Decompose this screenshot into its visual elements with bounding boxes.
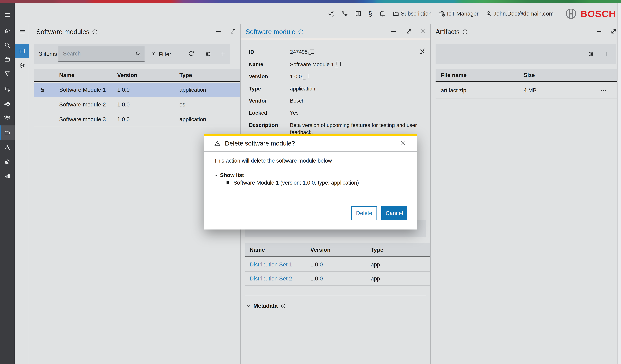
book-icon[interactable] — [355, 10, 362, 17]
section-icon[interactable]: § — [368, 10, 372, 17]
sidebar-rollouts-icon[interactable] — [4, 101, 11, 108]
phone-icon[interactable] — [341, 10, 348, 17]
row-type: application — [179, 83, 206, 97]
person-icon — [485, 10, 492, 17]
sidebar-rules-icon[interactable] — [4, 86, 11, 93]
table-row[interactable]: Software Module 1 1.0.0 application — [34, 83, 241, 97]
col-type: Type — [371, 243, 383, 256]
row-actions-menu-icon[interactable] — [600, 83, 607, 98]
expand-panel-icon[interactable] — [230, 28, 237, 35]
strip-table-view-tile[interactable] — [15, 44, 29, 58]
sidebar-software-modules-icon — [4, 129, 11, 136]
sidebar-packages-icon[interactable] — [4, 114, 11, 121]
sidebar-divider — [1, 52, 13, 52]
add-artifact-icon[interactable] — [603, 50, 610, 57]
detail-value: Yes — [290, 109, 299, 116]
row-version: 1.0.0 — [310, 272, 323, 285]
user-account-menu[interactable]: John.Doe@domain.com — [485, 10, 554, 17]
copy-icon[interactable] — [310, 49, 314, 54]
iot-manager-label: IoT Manager — [447, 11, 479, 17]
copy-icon[interactable] — [304, 74, 308, 78]
table-row[interactable]: Software module 2 1.0.0 os — [34, 97, 241, 112]
search-icon[interactable] — [135, 50, 141, 57]
row-version: 1.0.0 — [117, 97, 130, 112]
table-row[interactable]: Software module 3 1.0.0 application — [34, 112, 241, 127]
lock-icon — [39, 83, 45, 97]
minimize-panel-icon[interactable] — [390, 28, 397, 35]
table-row[interactable]: Distribution Set 2 1.0.0 app — [245, 272, 431, 285]
minimize-panel-icon[interactable] — [596, 28, 603, 35]
expand-panel-icon[interactable] — [405, 28, 412, 35]
items-count: 3 items — [39, 51, 57, 57]
detail-value: application — [290, 85, 315, 92]
bosch-logo: BOSCH — [565, 8, 616, 20]
search-input[interactable] — [58, 50, 135, 57]
info-icon[interactable] — [298, 29, 304, 35]
table-settings-icon[interactable] — [205, 50, 212, 57]
filter-label[interactable]: Filter — [159, 51, 171, 57]
artifacts-title: Artifacts — [435, 28, 468, 36]
col-size: Size — [524, 69, 535, 81]
sidebar-filter-icon[interactable] — [4, 70, 11, 77]
copy-icon[interactable] — [336, 62, 341, 66]
info-icon[interactable] — [281, 303, 286, 309]
bosch-wordmark: BOSCH — [581, 8, 616, 19]
row-type: os — [179, 97, 185, 112]
refresh-icon[interactable] — [188, 50, 195, 57]
page-scrollbar[interactable] — [617, 3, 621, 364]
add-software-module-icon[interactable] — [219, 50, 226, 57]
strip-menu-icon[interactable] — [19, 28, 26, 35]
dialog-header-divider — [204, 151, 417, 152]
software-modules-toolbar: 3 items Filter — [34, 44, 230, 64]
software-modules-title: Software modules — [36, 28, 98, 36]
sidebar-menu-icon[interactable] — [4, 12, 11, 18]
info-icon[interactable] — [462, 29, 468, 35]
sidebar-home-icon[interactable] — [4, 28, 11, 34]
software-module-title: Software module — [245, 28, 304, 36]
sidebar-reports-icon[interactable] — [4, 173, 11, 179]
strip-chip-icon[interactable] — [19, 62, 26, 69]
dialog-message: This action will delete the software mod… — [214, 158, 332, 164]
chevron-up-icon — [213, 173, 219, 178]
bell-icon[interactable] — [379, 10, 386, 17]
table-row[interactable]: Distribution Set 1 1.0.0 app — [245, 258, 431, 271]
panel-switcher-strip — [15, 24, 29, 364]
bullet-marker — [226, 181, 229, 184]
row-name: Software module 3 — [59, 112, 106, 127]
minimize-panel-icon[interactable] — [215, 28, 222, 35]
row-version: 1.0.0 — [117, 112, 130, 127]
sidebar-software-modules-item[interactable] — [0, 126, 15, 140]
row-file-name: artifact.zip — [441, 83, 466, 98]
share-icon[interactable] — [328, 10, 334, 17]
metadata-toggle[interactable]: Metadata — [246, 303, 286, 309]
sidebar-users-icon[interactable] — [4, 144, 11, 151]
dialog-close-icon[interactable] — [399, 139, 406, 147]
artifacts-panel: Artifacts File name Size artifact.zip 4 … — [431, 24, 617, 364]
row-name: Software Module 1 — [59, 83, 106, 97]
delete-button[interactable]: Delete — [351, 206, 377, 220]
info-icon[interactable] — [92, 29, 98, 35]
artifacts-toolbar — [435, 44, 616, 64]
distribution-set-link[interactable]: Distribution Set 2 — [250, 272, 292, 285]
distribution-set-link[interactable]: Distribution Set 1 — [250, 258, 292, 271]
subscription-menu[interactable]: Subscription — [392, 10, 431, 17]
sidebar-search-icon[interactable] — [4, 42, 11, 48]
row-name: Software module 2 — [59, 97, 106, 112]
sidebar-settings-icon[interactable] — [4, 158, 11, 165]
filter-icon[interactable] — [150, 50, 157, 57]
tools-actions-icon[interactable] — [419, 48, 426, 55]
col-version: Version — [117, 69, 138, 81]
iot-manager-menu[interactable]: IoT Manager — [438, 10, 479, 17]
table-settings-icon[interactable] — [587, 50, 594, 57]
sidebar-devices-icon[interactable] — [4, 56, 11, 63]
show-list-toggle[interactable]: Show list — [213, 172, 244, 178]
dialog-header: Delete software module? — [214, 140, 295, 147]
col-version: Version — [310, 243, 331, 256]
close-panel-icon[interactable] — [419, 28, 427, 35]
expand-panel-icon[interactable] — [610, 28, 617, 35]
brand-supergraphic-stripe — [0, 0, 621, 3]
cancel-button[interactable]: Cancel — [381, 206, 407, 220]
subscription-label: Subscription — [401, 11, 431, 17]
table-row[interactable]: artifact.zip 4 MB — [435, 83, 617, 98]
row-size: 4 MB — [524, 83, 536, 98]
